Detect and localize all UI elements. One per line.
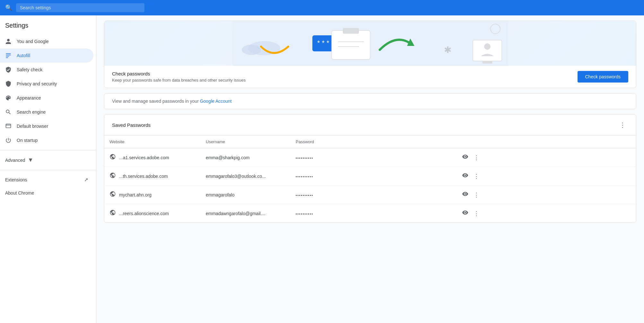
hero-banner: ****| ✱	[104, 21, 636, 88]
website-cell: ...a1.services.adobe.com	[104, 148, 201, 167]
sidebar-item-label: On startup	[17, 138, 88, 143]
sidebar-item-search-engine[interactable]: Search engine	[0, 105, 93, 119]
col-website: Website	[104, 135, 201, 148]
saved-passwords-menu-button[interactable]: ⋮	[617, 120, 628, 130]
hero-content: Check passwords Keep your passwords safe…	[104, 66, 636, 88]
sidebar-item-label: Autofill	[17, 53, 88, 58]
row-more-button[interactable]: ⋮	[472, 171, 481, 181]
password-dots: ••••••••••	[296, 212, 313, 216]
row-more-button[interactable]: ⋮	[472, 153, 481, 162]
sidebar-item-label: You and Google	[17, 39, 88, 44]
privacy-icon	[5, 81, 12, 87]
extensions-label: Extensions	[5, 177, 79, 182]
password-dots: ••••••••••	[296, 175, 313, 179]
main-layout: Settings You and Google Autofill Safety …	[0, 15, 644, 323]
svg-rect-8	[343, 28, 359, 34]
row-action-cell: ⋮	[455, 204, 636, 223]
sidebar-item-autofill[interactable]: Autofill	[0, 48, 93, 63]
username-cell: emmagarofalo	[201, 186, 291, 204]
table-row: mychart.ahn.org emmagarofalo •••••••••• …	[104, 186, 636, 204]
sidebar-item-you-and-google[interactable]: You and Google	[0, 34, 93, 48]
website-value: ...a1.services.adobe.com	[119, 155, 169, 160]
table-row: ...reers.alionscience.com emmadawngarofa…	[104, 204, 636, 223]
search-icon: 🔍	[5, 4, 12, 11]
website-cell: ...th.services.adobe.com	[104, 167, 201, 186]
google-account-section: View and manage saved passwords in your …	[104, 93, 636, 109]
col-actions	[455, 135, 636, 148]
hero-description: Keep your passwords safe from data breac…	[112, 78, 246, 83]
sidebar-advanced-header[interactable]: Advanced ▼	[0, 153, 96, 167]
svg-rect-7	[332, 31, 370, 59]
username-cell: emmadawngarofalo@gmail....	[201, 204, 291, 223]
hero-text: Check passwords Keep your passwords safe…	[112, 71, 246, 83]
saved-passwords-title: Saved Passwords	[112, 122, 151, 128]
sidebar-item-safety-check[interactable]: Safety check	[0, 63, 93, 77]
password-dots: ••••••••••	[296, 156, 313, 160]
sidebar-item-label: Appearance	[17, 95, 88, 100]
row-more-button[interactable]: ⋮	[472, 190, 481, 200]
show-password-button[interactable]	[460, 189, 470, 200]
sidebar-item-appearance[interactable]: Appearance	[0, 91, 93, 105]
sidebar-item-on-startup[interactable]: On startup	[0, 133, 93, 147]
about-chrome-label: About Chrome	[5, 190, 88, 196]
row-more-button[interactable]: ⋮	[472, 209, 481, 218]
hero-title: Check passwords	[112, 71, 246, 76]
google-account-link[interactable]: Google Account	[200, 99, 232, 104]
sidebar-item-extensions[interactable]: Extensions ➚	[0, 173, 93, 187]
google-account-text: View and manage saved passwords in your	[112, 99, 200, 104]
show-password-button[interactable]	[460, 171, 470, 181]
globe-icon	[109, 153, 116, 162]
saved-passwords-header: Saved Passwords ⋮	[104, 115, 636, 135]
password-cell: ••••••••••	[291, 204, 455, 223]
check-passwords-button[interactable]: Check passwords	[578, 71, 629, 83]
show-password-button[interactable]	[460, 208, 470, 219]
table-row: ...a1.services.adobe.com emma@sharkpig.c…	[104, 148, 636, 167]
sidebar: Settings You and Google Autofill Safety …	[0, 15, 96, 323]
chevron-down-icon: ▼	[28, 157, 33, 163]
sidebar-item-label: Privacy and security	[17, 81, 88, 86]
search-input[interactable]	[16, 3, 144, 12]
globe-icon	[109, 209, 116, 217]
sidebar-divider-2	[0, 170, 96, 170]
main-content: ****| ✱	[96, 15, 644, 323]
row-action-cell: ⋮	[455, 186, 636, 204]
sidebar-item-label: Safety check	[17, 67, 88, 72]
globe-icon	[109, 191, 116, 199]
password-cell: ••••••••••	[291, 186, 455, 204]
sidebar-title: Settings	[0, 18, 96, 34]
external-link-icon: ➚	[84, 177, 88, 183]
svg-rect-13	[473, 40, 502, 61]
autofill-icon	[5, 52, 12, 59]
sidebar-divider	[0, 150, 96, 150]
hero-illustration: ****| ✱	[104, 21, 636, 66]
website-value: ...reers.alionscience.com	[119, 211, 169, 216]
advanced-label: Advanced	[5, 158, 25, 163]
row-action-cell: ⋮	[455, 167, 636, 186]
row-action-cell: ⋮	[455, 148, 636, 167]
username-cell: emmagarofalo3@outlook.co...	[201, 167, 291, 186]
show-password-button[interactable]	[460, 152, 470, 163]
svg-point-4	[242, 45, 261, 55]
power-icon	[5, 137, 12, 144]
saved-passwords-section: Saved Passwords ⋮ Website Username Passw…	[104, 114, 636, 223]
table-row: ...th.services.adobe.com emmagarofalo3@o…	[104, 167, 636, 186]
app-header: 🔍	[0, 0, 644, 15]
sidebar-item-about-chrome[interactable]: About Chrome	[0, 187, 93, 199]
password-dots: ••••••••••	[296, 194, 313, 197]
browser-icon	[5, 123, 12, 129]
password-cell: ••••••••••	[291, 148, 455, 167]
sidebar-item-label: Default browser	[17, 124, 88, 129]
website-cell: mychart.ahn.org	[104, 186, 201, 204]
password-cell: ••••••••••	[291, 167, 455, 186]
website-value: mychart.ahn.org	[119, 192, 152, 197]
search-engine-icon	[5, 109, 12, 115]
col-password: Password	[291, 135, 455, 148]
sidebar-item-default-browser[interactable]: Default browser	[0, 119, 93, 133]
username-cell: emma@sharkpig.com	[201, 148, 291, 167]
sidebar-item-privacy-security[interactable]: Privacy and security	[0, 77, 93, 91]
svg-rect-14	[483, 61, 492, 64]
website-value: ...th.services.adobe.com	[119, 174, 168, 179]
sidebar-item-label: Search engine	[17, 109, 88, 115]
appearance-icon	[5, 95, 12, 101]
svg-rect-0	[6, 124, 11, 128]
